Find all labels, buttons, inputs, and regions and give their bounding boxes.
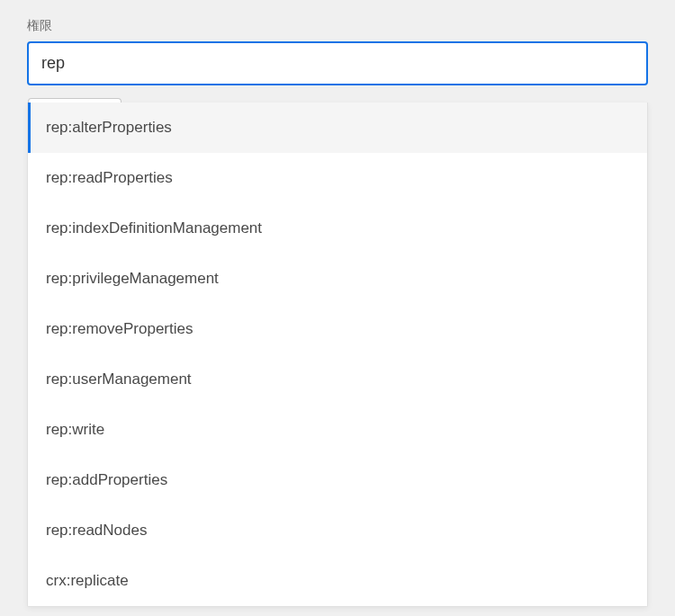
dropdown-item-label: rep:privilegeManagement [46, 270, 219, 287]
dropdown-item-label: crx:replicate [46, 572, 129, 589]
dropdown-item[interactable]: rep:alterProperties [28, 103, 647, 153]
dropdown-item[interactable]: rep:removeProperties [28, 304, 647, 354]
dropdown-item[interactable]: rep:indexDefinitionManagement [28, 203, 647, 254]
privileges-search-input[interactable] [27, 41, 648, 85]
dropdown-item-label: rep:indexDefinitionManagement [46, 219, 262, 237]
dropdown-item-label: rep:readProperties [46, 169, 173, 186]
dropdown-item-label: rep:addProperties [46, 471, 167, 488]
dropdown-item[interactable]: rep:write [28, 405, 647, 455]
privileges-dropdown: rep:alterPropertiesrep:readPropertiesrep… [27, 103, 648, 607]
dropdown-item-label: rep:readNodes [46, 522, 147, 539]
dropdown-item-label: rep:removeProperties [46, 320, 193, 337]
dropdown-item[interactable]: crx:replicate [28, 556, 647, 606]
dropdown-item-label: rep:write [46, 421, 104, 438]
privileges-field-label: 権限 [27, 18, 648, 34]
dropdown-item[interactable]: rep:privilegeManagement [28, 254, 647, 304]
dropdown-item[interactable]: rep:readNodes [28, 505, 647, 556]
dropdown-item-label: rep:userManagement [46, 370, 192, 388]
dropdown-item[interactable]: rep:userManagement [28, 354, 647, 405]
dropdown-item-label: rep:alterProperties [46, 119, 172, 136]
dropdown-item[interactable]: rep:addProperties [28, 455, 647, 505]
dropdown-item[interactable]: rep:readProperties [28, 153, 647, 203]
